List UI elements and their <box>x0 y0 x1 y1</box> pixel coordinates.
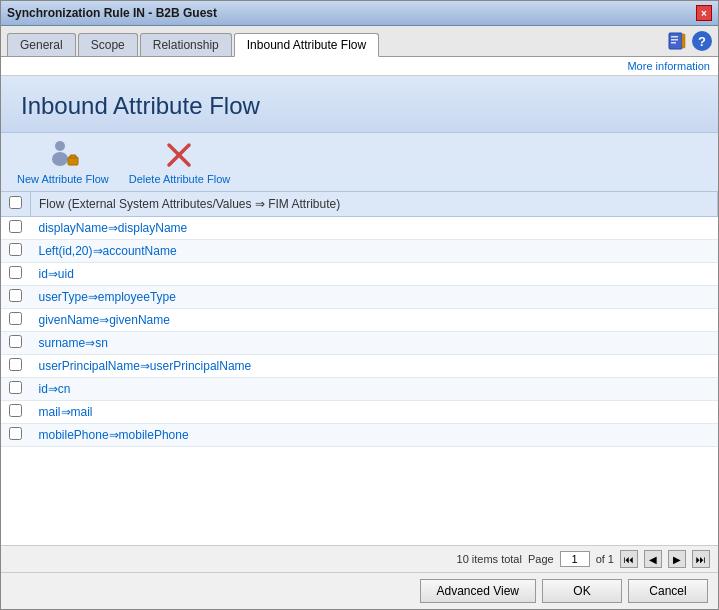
page-title-area: Inbound Attribute Flow <box>1 76 718 133</box>
tab-bar: General Scope Relationship Inbound Attri… <box>1 26 718 57</box>
main-window: Synchronization Rule IN - B2B Guest × Ge… <box>0 0 719 610</box>
row-checkbox[interactable] <box>9 358 22 371</box>
row-checkbox-cell <box>1 355 31 378</box>
page-label: Page <box>528 553 554 565</box>
svg-rect-3 <box>671 42 676 44</box>
footer-pagination: 10 items total Page of 1 ⏮ ◀ ▶ ⏭ <box>1 545 718 572</box>
row-flow-cell: surname⇒sn <box>31 332 718 355</box>
content-area: More information Inbound Attribute Flow … <box>1 57 718 572</box>
row-flow-link[interactable]: userType⇒employeeType <box>39 290 176 304</box>
svg-rect-1 <box>671 36 678 38</box>
bottom-bar: Advanced View OK Cancel <box>1 572 718 609</box>
checkbox-header <box>1 192 31 217</box>
row-flow-link[interactable]: mobilePhone⇒mobilePhone <box>39 428 189 442</box>
row-flow-cell: id⇒uid <box>31 263 718 286</box>
row-flow-cell: userPrincipalName⇒userPrincipalName <box>31 355 718 378</box>
table-row: userPrincipalName⇒userPrincipalName <box>1 355 718 378</box>
cancel-button[interactable]: Cancel <box>628 579 708 603</box>
row-checkbox[interactable] <box>9 243 22 256</box>
svg-rect-2 <box>671 39 678 41</box>
row-checkbox-cell <box>1 401 31 424</box>
flow-column-header: Flow (External System Attributes/Values … <box>31 192 718 217</box>
table-row: mail⇒mail <box>1 401 718 424</box>
advanced-view-button[interactable]: Advanced View <box>420 579 537 603</box>
row-flow-cell: givenName⇒givenName <box>31 309 718 332</box>
svg-point-5 <box>55 141 65 151</box>
delete-attribute-flow-button[interactable]: Delete Attribute Flow <box>129 139 231 185</box>
row-flow-cell: mobilePhone⇒mobilePhone <box>31 424 718 447</box>
more-info-link[interactable]: More information <box>627 60 710 72</box>
row-checkbox-cell <box>1 332 31 355</box>
row-checkbox[interactable] <box>9 289 22 302</box>
row-checkbox-cell <box>1 263 31 286</box>
ok-button[interactable]: OK <box>542 579 622 603</box>
new-attribute-flow-button[interactable]: New Attribute Flow <box>17 139 109 185</box>
next-page-button[interactable]: ▶ <box>668 550 686 568</box>
row-flow-link[interactable]: givenName⇒givenName <box>39 313 170 327</box>
items-total: 10 items total <box>457 553 522 565</box>
row-flow-link[interactable]: Left(id,20)⇒accountName <box>39 244 177 258</box>
delete-flow-icon <box>163 139 195 171</box>
table-row: userType⇒employeeType <box>1 286 718 309</box>
row-checkbox[interactable] <box>9 266 22 279</box>
row-flow-link[interactable]: id⇒uid <box>39 267 74 281</box>
new-flow-label[interactable]: New Attribute Flow <box>17 173 109 185</box>
tab-relationship[interactable]: Relationship <box>140 33 232 56</box>
first-page-button[interactable]: ⏮ <box>620 550 638 568</box>
row-flow-cell: Left(id,20)⇒accountName <box>31 240 718 263</box>
row-checkbox[interactable] <box>9 404 22 417</box>
more-info-bar: More information <box>1 57 718 76</box>
window-title: Synchronization Rule IN - B2B Guest <box>7 6 217 20</box>
last-page-button[interactable]: ⏭ <box>692 550 710 568</box>
select-all-checkbox[interactable] <box>9 196 22 209</box>
row-checkbox-cell <box>1 378 31 401</box>
table-row: givenName⇒givenName <box>1 309 718 332</box>
table-row: displayName⇒displayName <box>1 217 718 240</box>
row-flow-link[interactable]: id⇒cn <box>39 382 71 396</box>
table-row: id⇒cn <box>1 378 718 401</box>
row-checkbox-cell <box>1 424 31 447</box>
table-row: surname⇒sn <box>1 332 718 355</box>
prev-page-button[interactable]: ◀ <box>644 550 662 568</box>
table-area: Flow (External System Attributes/Values … <box>1 192 718 545</box>
row-checkbox-cell <box>1 240 31 263</box>
tabs-container: General Scope Relationship Inbound Attri… <box>7 33 379 56</box>
attribute-flow-table: Flow (External System Attributes/Values … <box>1 192 718 447</box>
row-flow-link[interactable]: userPrincipalName⇒userPrincipalName <box>39 359 252 373</box>
toolbar-area: New Attribute Flow Delete Attribute Flow <box>1 133 718 192</box>
table-row: id⇒uid <box>1 263 718 286</box>
row-checkbox-cell <box>1 309 31 332</box>
row-flow-cell: userType⇒employeeType <box>31 286 718 309</box>
delete-flow-label[interactable]: Delete Attribute Flow <box>129 173 231 185</box>
row-checkbox-cell <box>1 286 31 309</box>
row-checkbox[interactable] <box>9 335 22 348</box>
row-flow-cell: mail⇒mail <box>31 401 718 424</box>
row-checkbox[interactable] <box>9 381 22 394</box>
row-flow-link[interactable]: surname⇒sn <box>39 336 108 350</box>
table-row: Left(id,20)⇒accountName <box>1 240 718 263</box>
table-row: mobilePhone⇒mobilePhone <box>1 424 718 447</box>
svg-rect-4 <box>682 34 685 48</box>
row-checkbox[interactable] <box>9 312 22 325</box>
tab-general[interactable]: General <box>7 33 76 56</box>
svg-rect-8 <box>70 155 76 158</box>
page-number-input[interactable] <box>560 551 590 567</box>
row-checkbox-cell <box>1 217 31 240</box>
close-button[interactable]: × <box>696 5 712 21</box>
row-checkbox[interactable] <box>9 220 22 233</box>
tab-scope[interactable]: Scope <box>78 33 138 56</box>
help-icon[interactable]: ? <box>692 31 712 51</box>
row-flow-link[interactable]: displayName⇒displayName <box>39 221 188 235</box>
row-flow-cell: id⇒cn <box>31 378 718 401</box>
svg-rect-0 <box>669 33 682 49</box>
of-label: of 1 <box>596 553 614 565</box>
svg-point-6 <box>52 152 68 166</box>
row-checkbox[interactable] <box>9 427 22 440</box>
title-bar: Synchronization Rule IN - B2B Guest × <box>1 1 718 26</box>
page-title: Inbound Attribute Flow <box>21 92 698 120</box>
book-icon[interactable] <box>666 30 688 52</box>
row-flow-link[interactable]: mail⇒mail <box>39 405 93 419</box>
tab-icons: ? <box>666 30 712 56</box>
row-flow-cell: displayName⇒displayName <box>31 217 718 240</box>
tab-inbound[interactable]: Inbound Attribute Flow <box>234 33 379 57</box>
